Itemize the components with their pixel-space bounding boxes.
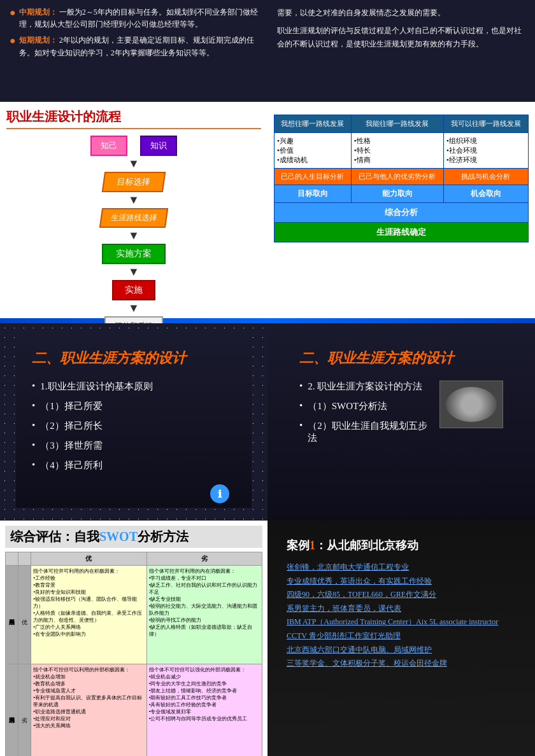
grid-cell-1-1: •兴趣•价值•成绩动机 [275,133,352,169]
label-mid: 中期规划： [19,8,57,17]
arrow-1: ▼ [128,157,139,171]
box-shishi: 实施方案 [102,244,166,264]
grid-header-3: 我可以往哪一路线发展 [443,115,528,133]
career-item-4: • （4）择己所利 [32,459,236,472]
label-short: 短期规划： [19,36,57,45]
grid-综合: 综合分析 [275,203,529,223]
swot-外-优-label: 优 [18,566,31,664]
grid-shengya: 生涯路线确定 [275,223,529,242]
bullet-dot-2: ● [10,34,16,59]
arrow-2: ▼ [128,193,139,207]
top-right-text2: 职业生涯规划的评估与反馈过程是个人对自己的不断认识过程，也是对社会的不断认识过程… [277,24,525,50]
career-image [439,381,503,428]
flow-title: 职业生涯设计的流程 [6,108,261,129]
swot-外-优-content: 指个体可控并可利用的内在积极因素：•工作经验•教育背景•良好的专业知识和技能•较… [31,566,146,664]
swot-外因: 外因系 [6,566,18,664]
flow-left: 职业生涯设计的流程 知己 知识 ▼ 目标选择 ▼ 生涯路线选择 ▼ 实施方案 ▼… [0,102,268,318]
swot-内-优-content: 指个体不可控但可以利用的外部积极因素：•就业机会增加•教育机会增多•专业领域急需… [31,664,146,756]
box-mubiao: 目标选择 [102,172,166,192]
info-icon[interactable]: ℹ [210,484,229,503]
arrow-3: ▼ [128,229,139,242]
top-left-panel: ● 中期规划： 一般为2～5年内的目标与任务。如规划到不同业务部门做经理，规划从… [0,0,268,102]
career-item-0: • 1.职业生涯设计的基本原则 [32,381,236,393]
career-right-item-2: • （2）职业生涯自我规划五步法 [299,420,433,444]
swot-内-劣-label: 劣 [18,664,31,756]
case-link-6[interactable]: 北京西城六部口交通中队电脑、局域网维护 [287,643,516,657]
case-title: 案例1：从北邮到北京移动 [287,538,516,553]
swot-col-劣: 劣 [146,552,262,566]
box-shengya: 生涯路线选择 [99,208,168,228]
grid-cell-1-2: •性格•特长•情商 [351,133,443,169]
case-link-7[interactable]: 三等奖学金、文体积极分子奖、校运会田径金牌 [287,657,516,671]
case-link-1[interactable]: 专业成绩优秀，英语出众，有实践工作经验 [287,575,516,589]
career-item-1: • （1）择己所爱 [32,400,236,412]
career-item-2: • （2）择己所长 [32,420,236,432]
bullet-text-2: 短期规划： 2年以内的规划，主要是确定近期目标、规划近期完成的任务。如对专业知识… [19,34,258,59]
swot-title: 综合评估：自我SWOT分析方法 [5,526,262,548]
box-shijian: 实施 [112,280,155,300]
grid-row3-2: 能力取向 [351,185,443,203]
bullet-2: ● 短期规划： 2年以内的规划，主要是确定近期目标、规划近期完成的任务。如对专业… [10,34,258,59]
flow-section: 职业生涯设计的流程 知己 知识 ▼ 目标选择 ▼ 生涯路线选择 ▼ 实施方案 ▼… [0,102,535,318]
case-link-0[interactable]: 张剑锋，北京邮电大学通信工程专业 [287,561,516,575]
swot-left: 综合评估：自我SWOT分析方法 优 劣 外因系 优 指个体可控并可利用的内在积极… [0,521,268,756]
grid-header-2: 我能往哪一路线发展 [351,115,443,133]
career-right: 二、职业生涯方案的设计 • 2. 职业生涯方案设计的方法 • （1）SWOT分析… [268,323,535,521]
swot-内-劣-content: 指个体不可控但可以强化的外部消极因素：•就业机会减少•同专业的大学生之间生激烈的… [146,664,262,756]
career-left-title: 二、职业生涯方案的设计 [32,349,236,368]
case-number: 1 [310,539,315,552]
grid-row3-1: 目标取向 [275,185,352,203]
career-right-item-1: • （1）SWOT分析法 [299,400,433,412]
grid-row2-2: 已己与他人的优劣势分析 [351,169,443,185]
bullet-dot-1: ● [10,6,16,31]
top-right-panel: 需要，以使之对准的自身发展情态之发展的需要。 职业生涯规划的评估与反馈过程是个人… [268,0,535,102]
career-right-item-0: • 2. 职业生涯方案设计的方法 [299,381,433,393]
box-ziji: 知己 [90,136,127,156]
grid-cell-1-3: •组织环境•社会环境•经济环境 [443,133,528,169]
swot-right: 案例1：从北邮到北京移动 张剑锋，北京邮电大学通信工程专业 专业成绩优秀，英语出… [268,521,535,756]
case-link-5[interactable]: CCTV 青少部彤彤工作室灯光助理 [287,629,516,643]
bullet-text-1: 中期规划： 一般为2～5年内的目标与任务。如规划到不同业务部门做经理，规划从大型… [19,6,258,31]
swot-col-优: 优 [31,552,146,566]
bullet-1: ● 中期规划： 一般为2～5年内的目标与任务。如规划到不同业务部门做经理，规划从… [10,6,258,31]
arrow-4: ▼ [128,265,139,279]
career-item-3: • （3）择世所需 [32,440,236,452]
case-link-2[interactable]: 四级90，六级85，TOFEL660，GRE作文满分 [287,588,516,602]
case-link-4[interactable]: IBM ATP（Authorized Training Center）Aix 5… [287,615,516,629]
grid-row2-3: 挑战与机会分析 [443,169,528,185]
grid-row2-1: 已己的人生目标分析 [275,169,352,185]
flow-right: 我想往哪一路线发展 我能往哪一路线发展 我可以往哪一路线发展 •兴趣•价值•成绩… [268,102,535,318]
career-left: 二、职业生涯方案的设计 • 1.职业生涯设计的基本原则 • （1）择己所爱 • … [0,323,268,521]
career-right-title: 二、职业生涯方案的设计 [299,349,503,368]
swot-内因: 内因系 [6,664,18,756]
swot-section: 综合评估：自我SWOT分析方法 优 劣 外因系 优 指个体可控并可利用的内在积极… [0,521,535,756]
top-right-text1: 需要，以使之对准的自身发展情态之发展的需要。 [277,6,525,19]
arrow-5: ▼ [128,302,139,315]
grid-row3-3: 机会取向 [443,185,528,203]
swot-外-劣-content: 指个体可控并可利用的内在消极因素：•学习成绩差，专业不对口•缺乏工作、社对自我的… [146,566,262,664]
career-section: 二、职业生涯方案的设计 • 1.职业生涯设计的基本原则 • （1）择己所爱 • … [0,323,535,521]
case-link-3[interactable]: 系男篮主力，班体育委员，课代表 [287,602,516,616]
grid-header-1: 我想往哪一路线发展 [275,115,352,133]
swot-acronym: SWOT [99,529,138,543]
box-zhishi: 知识 [140,136,177,156]
